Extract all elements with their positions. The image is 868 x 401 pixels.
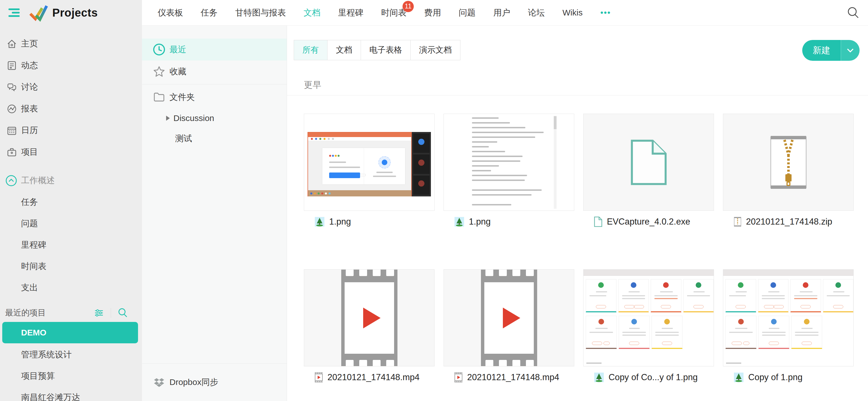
expand-triangle-icon[interactable] [166,116,170,121]
chevron-down-icon [846,48,855,53]
new-button-label[interactable]: 新建 [802,40,841,61]
nav-issues[interactable]: 问题 [459,7,475,19]
docs-folders-item[interactable]: 文件夹 [142,86,287,108]
home-icon [6,38,18,50]
hamburger-menu-icon[interactable] [8,7,20,19]
nav-dashboard[interactable]: 仪表板 [158,7,183,19]
screenshot-preview [308,132,431,196]
file-thumbnail-1png-b[interactable] [443,114,574,211]
sidebar-item-feed[interactable]: 动态 [0,55,142,76]
file-row: 1.png [304,114,868,228]
folder-icon [153,91,165,104]
nav-gantt-reports[interactable]: 甘特图与报表 [235,7,286,19]
tab-documents[interactable]: 文档 [327,40,361,60]
reports-icon [6,103,18,115]
file-label[interactable]: Copy of 1.png [723,371,854,384]
file-thumbnail-copy[interactable] [723,269,854,366]
project-item-nanchang[interactable]: 南昌红谷滩万达 [0,386,142,401]
header-separator [111,308,111,318]
brand-area: Projects [0,0,142,25]
sidebar-item-home[interactable]: 主页 [0,33,142,55]
file-label[interactable]: EVCapture_4.0.2.exe [583,215,714,228]
chat-bubbles-icon [6,82,18,93]
video-small-icon [454,372,463,383]
sidebar-item-reports[interactable]: 报表 [0,98,142,120]
zoho-projects-logo-icon [29,4,48,22]
feed-icon [6,60,18,71]
documents-panel: 最近 收藏 文件夹 Discussion 测试 [142,26,287,401]
file-thumbnail-zip[interactable] [723,114,854,211]
clock-icon [153,43,165,56]
dropbox-icon [153,376,165,389]
project-item-demo[interactable]: DEMO [2,322,138,343]
preview-scrollbar [554,116,557,209]
tab-all[interactable]: 所有 [294,40,328,60]
nav-wikis[interactable]: Wikis [562,8,583,18]
sidebar-item-calendar[interactable]: 日历 [0,120,142,141]
zip-file-icon [767,134,809,191]
sidebar-item-projects[interactable]: 项目 [0,141,142,163]
new-dropdown-toggle[interactable] [841,40,860,61]
file-cell: Copy of Co...y of 1.png [583,269,714,384]
tab-spreadsheets[interactable]: 电子表格 [361,40,411,60]
file-cell: Copy of 1.png [723,269,854,384]
nav-expenses[interactable]: 费用 [424,7,441,19]
folder-item-test[interactable]: 测试 [142,128,287,149]
file-thumbnail-copy-of-copy[interactable] [583,269,714,366]
image-file-icon [454,217,464,227]
nav-documents[interactable]: 文档 [304,7,320,19]
video-film-icon [341,269,398,366]
nav-forums[interactable]: 论坛 [528,7,545,19]
docs-recent-item[interactable]: 最近 [142,38,287,60]
work-item-issues[interactable]: 问题 [0,213,142,234]
nav-users[interactable]: 用户 [493,7,510,19]
file-cell: EVCapture_4.0.2.exe [583,114,714,228]
filter-sliders-icon[interactable] [93,307,104,319]
file-thumbnail-mp4-a[interactable] [304,269,435,366]
calendar-icon [6,125,18,136]
work-item-expenses[interactable]: 支出 [0,277,142,298]
search-icon[interactable] [847,6,860,19]
nav-timesheet[interactable]: 时间表 11 [381,7,406,19]
timesheet-badge: 11 [403,1,414,12]
image-file-icon [314,217,324,227]
chevron-up-circle-icon [5,174,18,187]
file-filter-tabs: 所有 文档 电子表格 演示文档 [294,40,460,60]
work-item-milestones[interactable]: 里程碑 [0,234,142,256]
zip-small-icon [734,217,742,227]
work-overview-header[interactable]: 工作概述 [0,170,142,191]
exe-file-icon [594,217,602,227]
project-item-mgmt-design[interactable]: 管理系统设计 [0,344,142,365]
file-thumbnail-exe[interactable] [583,114,714,211]
file-label[interactable]: 20210121_174148.mp4 [443,371,574,384]
file-cell: 20210121_174148.mp4 [443,269,574,384]
project-item-budget[interactable]: 项目预算 [0,365,142,386]
folder-item-discussion[interactable]: Discussion [142,108,287,128]
app-title: Projects [52,6,98,19]
image-file-icon [594,372,604,382]
new-button[interactable]: 新建 [802,40,860,61]
file-label[interactable]: 20210121_174148.zip [723,215,854,228]
file-label[interactable]: 1.png [443,215,574,228]
nav-milestones[interactable]: 里程碑 [338,7,364,19]
file-thumbnail-1png-a[interactable] [304,114,435,211]
nav-tasks[interactable]: 任务 [201,7,218,19]
docs-favorites-item[interactable]: 收藏 [142,60,287,82]
work-item-timesheet[interactable]: 时间表 [0,256,142,277]
panel-footer: Dropbox同步 [142,363,287,401]
file-label[interactable]: 1.png [304,215,435,228]
apps-page-preview [584,269,714,366]
file-label[interactable]: 20210121_174148.mp4 [304,371,435,384]
apps-page-preview [723,269,854,366]
nav-more-icon[interactable]: ••• [600,8,611,18]
toolbar-row: 所有 文档 电子表格 演示文档 新建 [294,40,860,61]
star-icon [153,65,165,78]
dropbox-sync-item[interactable]: Dropbox同步 [142,364,287,401]
file-thumbnail-mp4-b[interactable] [443,269,574,366]
sidebar-item-discussions[interactable]: 讨论 [0,76,142,98]
project-search-icon[interactable] [117,307,128,319]
recent-projects-header: 最近的项目 [0,305,142,321]
file-label[interactable]: Copy of Co...y of 1.png [583,371,714,384]
work-item-tasks[interactable]: 任务 [0,191,142,213]
tab-presentations[interactable]: 演示文档 [410,40,460,60]
